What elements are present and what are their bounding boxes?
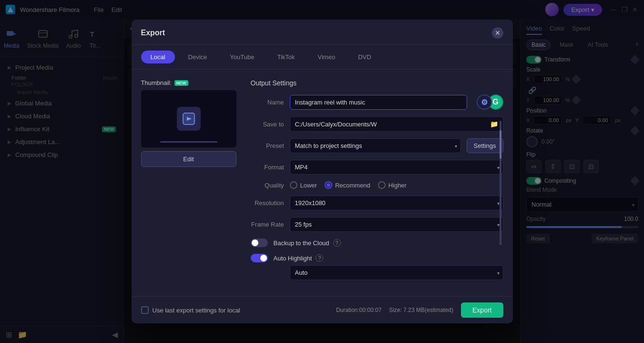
- footer-info: Duration:00:00:07 Size: 7.23 MB(estimate…: [336, 302, 503, 318]
- tab-dvd[interactable]: DVD: [348, 51, 380, 63]
- auto-highlight-label-area: Auto Highlight ?: [274, 254, 503, 262]
- modal-title: Export: [141, 29, 165, 37]
- quality-row: Quality Lower Recommend: [251, 181, 503, 189]
- name-label: Name: [251, 99, 284, 106]
- resolution-row: Resolution 1920x1080 ▾: [251, 196, 503, 210]
- format-row: Format MP4 ▾: [251, 160, 503, 175]
- browse-folder-button[interactable]: 📁: [490, 120, 498, 128]
- recommend-radio[interactable]: [325, 181, 332, 189]
- preset-select-wrapper: Match to project settings ▾: [290, 138, 461, 153]
- tab-local[interactable]: Local: [141, 51, 175, 63]
- modal-scrollbar[interactable]: [500, 121, 501, 245]
- format-select-wrapper: MP4 ▾: [290, 160, 503, 175]
- grammarly-icon-1: ⚙: [477, 94, 492, 110]
- quality-recommend[interactable]: Recommend: [325, 181, 370, 189]
- duration-label: Duration:00:00:07: [336, 307, 381, 313]
- thumbnail-text: Thumbnail:: [141, 79, 172, 86]
- frame-rate-select[interactable]: 25 fps: [290, 217, 503, 232]
- thumbnail-icon: [177, 107, 201, 131]
- recommend-radio-inner: [327, 183, 330, 187]
- export-final-button[interactable]: Export: [461, 302, 503, 318]
- lower-radio[interactable]: [290, 181, 297, 189]
- auto-highlight-row: Auto Highlight ?: [251, 254, 503, 262]
- modal-footer: Use last export settings for local Durat…: [132, 296, 513, 323]
- recommend-label: Recommend: [335, 182, 370, 189]
- quality-lower[interactable]: Lower: [290, 181, 317, 189]
- last-settings-checkbox[interactable]: [141, 306, 149, 314]
- save-to-label: Save to: [251, 121, 284, 128]
- frame-rate-label: Frame Rate: [251, 221, 284, 228]
- modal-header: Export ✕: [132, 20, 513, 45]
- resolution-label: Resolution: [251, 199, 284, 207]
- edit-thumbnail-button[interactable]: Edit: [141, 151, 236, 167]
- higher-radio[interactable]: [378, 181, 386, 189]
- preset-label: Preset: [251, 142, 284, 149]
- quality-options: Lower Recommend Highe: [290, 181, 407, 189]
- modal-tabs: Local Device YouTube TikTok Vimeo DVD: [132, 45, 513, 70]
- preset-select[interactable]: Match to project settings: [290, 138, 461, 153]
- backup-cloud-help-icon[interactable]: ?: [333, 239, 341, 247]
- auto-highlight-select[interactable]: Auto: [290, 265, 503, 280]
- format-label: Format: [251, 164, 284, 171]
- size-label: Size: 7.23 MB(estimated): [389, 307, 453, 313]
- tab-tiktok[interactable]: TikTok: [267, 51, 304, 63]
- modal-body: Thumbnail: NEW Edit Output Settings: [132, 70, 513, 296]
- auto-highlight-label: Auto Highlight: [274, 255, 312, 262]
- auto-highlight-toggle[interactable]: [251, 254, 268, 262]
- save-to-row: Save to C:/Users/Calyx/Documents/W 📁: [251, 116, 503, 132]
- tab-device[interactable]: Device: [179, 51, 217, 63]
- name-row: Name ⚙ G: [251, 94, 503, 110]
- output-title: Output Settings: [251, 79, 503, 87]
- preset-row: Preset Match to project settings ▾ Setti…: [251, 138, 503, 153]
- scrollbar-thumb: [500, 130, 501, 159]
- thumbnail-label-row: Thumbnail: NEW: [141, 79, 241, 86]
- grammarly-icons: ⚙ G: [477, 94, 503, 110]
- thumbnail-new-badge: NEW: [174, 80, 188, 86]
- format-select[interactable]: MP4: [290, 160, 503, 175]
- auto-highlight-help-icon[interactable]: ?: [316, 254, 323, 262]
- tab-vimeo[interactable]: Vimeo: [308, 51, 345, 63]
- app-window: Wondershare Filmora File Edit Export ▾ ─…: [0, 0, 644, 343]
- save-to-path: C:/Users/Calyx/Documents/W 📁: [290, 116, 503, 132]
- save-to-value: C:/Users/Calyx/Documents/W: [295, 121, 377, 128]
- quality-label: Quality: [251, 182, 284, 189]
- name-input[interactable]: [290, 95, 467, 110]
- thumbnail-section: Thumbnail: NEW Edit: [141, 79, 241, 287]
- backup-cloud-row: Backup to the Cloud ?: [251, 239, 503, 247]
- output-section: Output Settings Name ⚙ G Save to: [251, 79, 503, 287]
- backup-cloud-toggle[interactable]: [251, 239, 268, 247]
- frame-rate-row: Frame Rate 25 fps ▾: [251, 217, 503, 232]
- modal-close-button[interactable]: ✕: [492, 27, 503, 39]
- quality-higher[interactable]: Higher: [378, 181, 407, 189]
- backup-cloud-label: Backup to the Cloud: [274, 239, 329, 247]
- lower-label: Lower: [300, 182, 317, 189]
- modal-overlay: Export ✕ Local Device YouTube TikTok Vim…: [0, 0, 644, 343]
- higher-label: Higher: [388, 182, 407, 189]
- resolution-select[interactable]: 1920x1080: [290, 196, 503, 210]
- frame-rate-select-wrapper: 25 fps ▾: [290, 217, 503, 232]
- tab-youtube[interactable]: YouTube: [220, 51, 264, 63]
- last-settings-label: Use last export settings for local: [153, 307, 240, 314]
- checkbox-area: Use last export settings for local: [141, 306, 240, 314]
- export-modal: Export ✕ Local Device YouTube TikTok Vim…: [132, 20, 513, 323]
- thumbnail-progress-bar: [160, 141, 217, 143]
- resolution-select-wrapper: 1920x1080 ▾: [290, 196, 503, 210]
- thumbnail-preview: [141, 90, 236, 147]
- auto-highlight-sub-row: Auto ▾: [251, 265, 503, 280]
- auto-select-wrapper: Auto ▾: [290, 265, 503, 280]
- backup-cloud-label-area: Backup to the Cloud ?: [274, 239, 503, 247]
- settings-button[interactable]: Settings: [467, 138, 503, 153]
